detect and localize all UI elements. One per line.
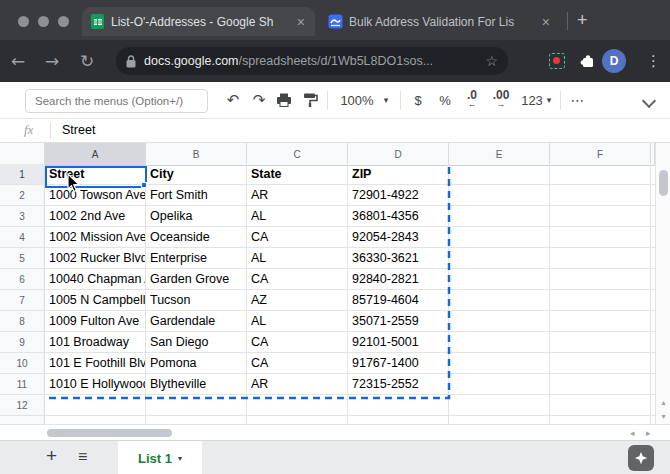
cell-C1[interactable]: State bbox=[247, 164, 348, 185]
fill-handle[interactable] bbox=[141, 182, 147, 188]
cell-A6[interactable]: 10040 Chapman Ave bbox=[45, 269, 146, 290]
cell-C5[interactable]: AL bbox=[247, 248, 348, 269]
row-header-5[interactable]: 5 bbox=[0, 248, 45, 269]
cell-E11[interactable] bbox=[449, 374, 550, 395]
sheet-tab-list1[interactable]: List 1 ▾ bbox=[118, 441, 202, 474]
cell-E1[interactable] bbox=[449, 164, 550, 185]
scroll-up-icon[interactable]: ▲ bbox=[656, 396, 670, 410]
more-toolbar-options-button[interactable]: ⋯ bbox=[571, 92, 586, 108]
cell-E10[interactable] bbox=[449, 353, 550, 374]
row-header-11[interactable]: 11 bbox=[0, 374, 45, 395]
cell-F7[interactable] bbox=[550, 290, 651, 311]
tab-close-icon[interactable]: × bbox=[295, 14, 307, 30]
cell-D9[interactable]: 92101-5001 bbox=[348, 332, 449, 353]
cell-C8[interactable]: AL bbox=[247, 311, 348, 332]
horizontal-scrollbar[interactable]: ◂ ▸ bbox=[0, 424, 670, 440]
cell-B12[interactable] bbox=[146, 395, 247, 416]
cell-A1[interactable]: Street bbox=[45, 164, 146, 185]
explore-button[interactable] bbox=[628, 445, 654, 471]
cell-B1[interactable]: City bbox=[146, 164, 247, 185]
cell-A7[interactable]: 1005 N Campbell bbox=[45, 290, 146, 311]
cell-F6[interactable] bbox=[550, 269, 651, 290]
cell-F4[interactable] bbox=[550, 227, 651, 248]
cell-F1[interactable] bbox=[550, 164, 651, 185]
horizontal-scrollbar-thumb[interactable] bbox=[47, 429, 172, 437]
cell-F9[interactable] bbox=[550, 332, 651, 353]
cell-C10[interactable]: CA bbox=[247, 353, 348, 374]
add-sheet-button[interactable]: + bbox=[46, 445, 57, 467]
column-header-E[interactable]: E bbox=[449, 143, 550, 166]
cell-D5[interactable]: 36330-3621 bbox=[348, 248, 449, 269]
cell-D6[interactable]: 92840-2821 bbox=[348, 269, 449, 290]
tab-smarty[interactable]: Bulk Address Validation For Lis × bbox=[320, 7, 560, 36]
cell-B6[interactable]: Garden Grove bbox=[146, 269, 247, 290]
all-sheets-icon[interactable]: ≡ bbox=[78, 448, 87, 466]
cell-B7[interactable]: Tucson bbox=[146, 290, 247, 311]
cell-E2[interactable] bbox=[449, 185, 550, 206]
cell-A8[interactable]: 1009 Fulton Ave bbox=[45, 311, 146, 332]
cell-C12[interactable] bbox=[247, 395, 348, 416]
cell-C3[interactable]: AL bbox=[247, 206, 348, 227]
cell-B9[interactable]: San Diego bbox=[146, 332, 247, 353]
cell-A3[interactable]: 1002 2nd Ave bbox=[45, 206, 146, 227]
row-header-9[interactable]: 9 bbox=[0, 332, 45, 353]
column-header-A[interactable]: A bbox=[45, 143, 146, 166]
cell-D11[interactable]: 72315-2552 bbox=[348, 374, 449, 395]
cell-D1[interactable]: ZIP bbox=[348, 164, 449, 185]
cell-F2[interactable] bbox=[550, 185, 651, 206]
column-header-F[interactable]: F bbox=[550, 143, 651, 166]
address-bar[interactable]: docs.google.com/spreadsheets/d/1Wb5L8DO1… bbox=[116, 47, 508, 75]
cell-C6[interactable]: CA bbox=[247, 269, 348, 290]
cell-E4[interactable] bbox=[449, 227, 550, 248]
forward-icon[interactable]: → bbox=[45, 51, 59, 71]
cell-D2[interactable]: 72901-4922 bbox=[348, 185, 449, 206]
cell-D8[interactable]: 35071-2559 bbox=[348, 311, 449, 332]
profile-avatar[interactable]: D bbox=[602, 49, 626, 73]
formula-bar-value[interactable]: Street bbox=[62, 123, 95, 137]
cell-D12[interactable] bbox=[348, 395, 449, 416]
cell-E8[interactable] bbox=[449, 311, 550, 332]
cell-E12[interactable] bbox=[449, 395, 550, 416]
cell-A4[interactable]: 1002 Mission Ave bbox=[45, 227, 146, 248]
row-header-3[interactable]: 3 bbox=[0, 206, 45, 227]
scroll-right-icon[interactable]: ▸ bbox=[646, 426, 651, 440]
bookmark-star-icon[interactable]: ☆ bbox=[485, 53, 498, 69]
paint-format-icon[interactable] bbox=[302, 92, 318, 108]
cell-F5[interactable] bbox=[550, 248, 651, 269]
minimize-window-button[interactable] bbox=[38, 16, 49, 27]
search-menus-input[interactable] bbox=[25, 89, 208, 113]
column-header-C[interactable]: C bbox=[247, 143, 348, 166]
cell-A10[interactable]: 101 E Foothill Blvd bbox=[45, 353, 146, 374]
cell-B11[interactable]: Blytheville bbox=[146, 374, 247, 395]
cell-C7[interactable]: AZ bbox=[247, 290, 348, 311]
row-header-7[interactable]: 7 bbox=[0, 290, 45, 311]
cell-A5[interactable]: 1002 Rucker Blvd bbox=[45, 248, 146, 269]
cell-A11[interactable]: 1010 E Hollywood bbox=[45, 374, 146, 395]
row-header-4[interactable]: 4 bbox=[0, 227, 45, 248]
cell-D7[interactable]: 85719-4604 bbox=[348, 290, 449, 311]
redo-icon[interactable]: ↷ bbox=[253, 91, 266, 109]
close-window-button[interactable] bbox=[18, 16, 29, 27]
print-icon[interactable] bbox=[276, 92, 292, 108]
scroll-down-icon[interactable]: ▼ bbox=[656, 410, 670, 424]
cell-C11[interactable]: AR bbox=[247, 374, 348, 395]
maximize-window-button[interactable] bbox=[58, 16, 69, 27]
column-header-D[interactable]: D bbox=[348, 143, 449, 166]
column-header-B[interactable]: B bbox=[146, 143, 247, 166]
undo-icon[interactable]: ↶ bbox=[227, 91, 240, 109]
row-header-2[interactable]: 2 bbox=[0, 185, 45, 206]
cell-C2[interactable]: AR bbox=[247, 185, 348, 206]
cell-A12[interactable] bbox=[45, 395, 146, 416]
cell-E6[interactable] bbox=[449, 269, 550, 290]
cell-D3[interactable]: 36801-4356 bbox=[348, 206, 449, 227]
number-format-button[interactable]: 123 bbox=[521, 93, 543, 108]
row-header-10[interactable]: 10 bbox=[0, 353, 45, 374]
cell-B4[interactable]: Oceanside bbox=[146, 227, 247, 248]
increase-decimal-button[interactable]: .00 → bbox=[493, 91, 510, 109]
browser-menu-icon[interactable]: ⋮ bbox=[646, 52, 661, 70]
new-tab-button[interactable]: + bbox=[577, 10, 588, 30]
tab-close-icon[interactable]: × bbox=[540, 14, 552, 30]
cell-E3[interactable] bbox=[449, 206, 550, 227]
select-all-corner[interactable] bbox=[0, 143, 45, 166]
cell-B2[interactable]: Fort Smith bbox=[146, 185, 247, 206]
